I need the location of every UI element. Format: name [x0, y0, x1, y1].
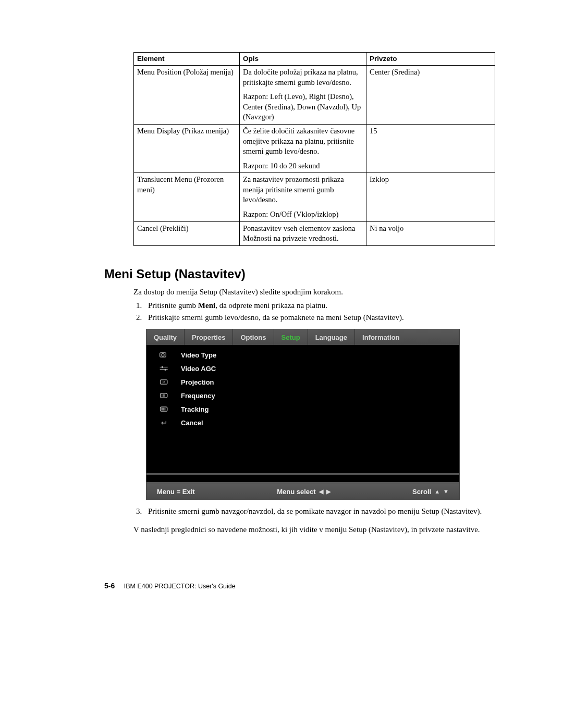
triangle-right-icon: ▶ — [326, 488, 331, 495]
footer-select: Menu select ◀ ▶ — [277, 488, 330, 496]
cell-privzeto: Center (Sredina) — [366, 66, 495, 125]
cell-opis: Da določite položaj prikaza na platnu, p… — [240, 66, 366, 125]
intro-text: Za dostop do menija Setup (Nastavitev) s… — [133, 287, 495, 297]
table-row: Translucent Menu (Prozoren meni) Za nast… — [134, 173, 495, 221]
tab-options[interactable]: Options — [233, 329, 274, 345]
tab-quality[interactable]: Quality — [146, 329, 185, 345]
tab-setup[interactable]: Setup — [274, 329, 308, 345]
section-heading: Meni Setup (Nastavitev) — [104, 267, 495, 281]
steps-list-cont: Pritisnite smerni gumb navzgor/navzdol, … — [133, 506, 495, 516]
book-title: IBM E400 PROJECTOR: User's Guide — [124, 583, 236, 590]
osd-item-projection[interactable]: P Projection — [157, 375, 449, 389]
cell-opis: Za nastavitev prozornosti prikaza menija… — [240, 173, 366, 221]
page-footer: 5-6 IBM E400 PROJECTOR: User's Guide — [104, 582, 495, 590]
triangle-down-icon: ▼ — [443, 488, 449, 495]
cell-opis: Ponastavitev vseh elementov zaslona Možn… — [240, 221, 366, 245]
th-opis: Opis — [240, 53, 366, 66]
return-icon — [157, 418, 172, 427]
tab-language[interactable]: Language — [308, 329, 355, 345]
cell-privzeto: Ni na voljo — [366, 221, 495, 245]
svg-text:P: P — [163, 380, 165, 385]
footer-scroll: Scroll ▲ ▼ — [412, 488, 449, 496]
cell-element: Translucent Menu (Prozoren meni) — [134, 173, 240, 221]
osd-item-video-type[interactable]: Video Type — [157, 348, 449, 362]
svg-rect-5 — [165, 369, 166, 371]
steps-list: Pritisnite gumb Meni, da odprete meni pr… — [133, 300, 495, 323]
cell-privzeto: Izklop — [366, 173, 495, 221]
footer-exit: Menu = Exit — [157, 488, 195, 496]
osd-tabs: Quality Properties Options Setup Languag… — [146, 329, 459, 345]
table-row: Menu Position (Položaj menija) Da določi… — [134, 66, 495, 125]
triangle-left-icon: ◀ — [319, 488, 323, 495]
osd-footer: Menu = Exit Menu select ◀ ▶ Scroll ▲ ▼ — [146, 484, 459, 499]
list-item: Pritisnite smerni gumb navzgor/navzdol, … — [144, 506, 495, 516]
svg-point-1 — [162, 354, 164, 356]
table-row: Cancel (Prekliči) Ponastavitev vseh elem… — [134, 221, 495, 245]
svg-rect-12 — [161, 407, 167, 411]
svg-rect-8 — [161, 393, 167, 398]
osd-item-frequency[interactable]: Frequency — [157, 389, 449, 402]
cell-privzeto: 15 — [366, 125, 495, 173]
th-privzeto: Privzeto — [366, 53, 495, 66]
tab-information[interactable]: Information — [355, 329, 407, 345]
triangle-up-icon: ▲ — [434, 488, 440, 495]
tracking-icon — [157, 404, 172, 414]
osd-menu: Quality Properties Options Setup Languag… — [146, 329, 460, 500]
cell-element: Cancel (Prekliči) — [134, 221, 240, 245]
list-item: Pritiskajte smerni gumb levo/desno, da s… — [144, 312, 495, 323]
osd-item-cancel[interactable]: Cancel — [157, 416, 449, 429]
reference-table: Element Opis Privzeto Menu Position (Pol… — [133, 52, 495, 246]
cell-opis: Če želite določiti zakasnitev časovne om… — [240, 125, 366, 173]
table-row: Menu Display (Prikaz menija) Če želite d… — [134, 125, 495, 173]
page-number: 5-6 — [104, 582, 115, 590]
projection-icon: P — [157, 377, 172, 387]
frequency-icon — [157, 391, 172, 400]
list-item: Pritisnite gumb Meni, da odprete meni pr… — [144, 300, 495, 311]
after-text: V naslednji preglednici so navedene možn… — [133, 524, 495, 535]
camera-icon — [157, 350, 172, 360]
osd-body: Video Type Video AGC P Projection Freque… — [146, 345, 459, 473]
cell-element: Menu Position (Položaj menija) — [134, 66, 240, 125]
svg-rect-3 — [162, 366, 163, 368]
th-element: Element — [134, 53, 240, 66]
cell-element: Menu Display (Prikaz menija) — [134, 125, 240, 173]
sliders-icon — [157, 364, 172, 373]
osd-item-video-agc[interactable]: Video AGC — [157, 362, 449, 375]
osd-item-tracking[interactable]: Tracking — [157, 402, 449, 416]
tab-properties[interactable]: Properties — [185, 329, 233, 345]
